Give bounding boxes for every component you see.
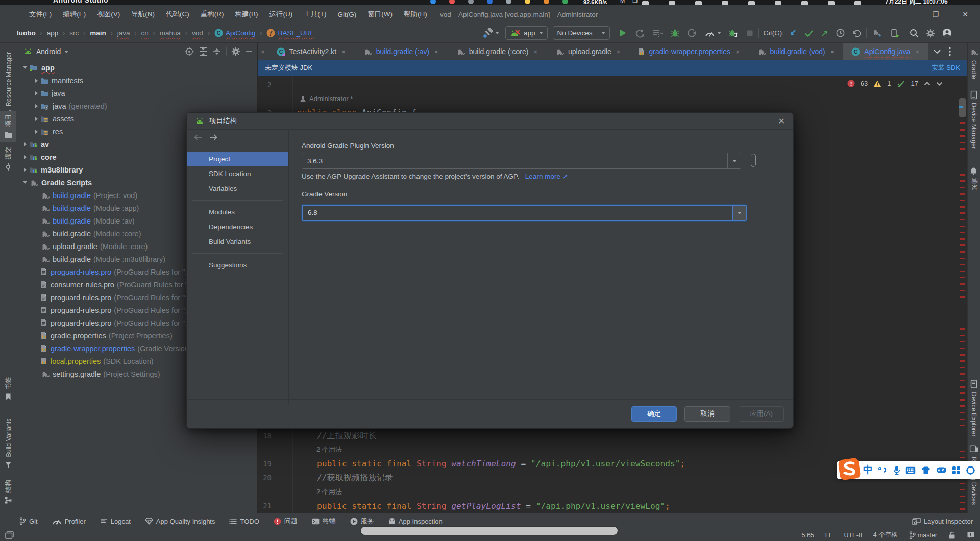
dialog-nav-Build-Variants[interactable]: Build Variants bbox=[187, 234, 288, 249]
search-everywhere-icon[interactable] bbox=[908, 27, 920, 40]
scrolled-tab-close-icon[interactable]: × bbox=[258, 43, 268, 60]
menu-V[interactable]: 视图(V) bbox=[91, 5, 126, 23]
run-button[interactable] bbox=[617, 27, 628, 40]
menu-B[interactable]: 构建(B) bbox=[230, 5, 264, 23]
apply-button[interactable]: 应用(A) bbox=[739, 406, 784, 422]
learn-more-link[interactable]: Learn more ↗ bbox=[525, 173, 568, 180]
menu-E[interactable]: 编辑(E) bbox=[57, 5, 91, 23]
restore-button[interactable]: ❐ bbox=[921, 5, 950, 23]
device-manager-icon[interactable] bbox=[889, 27, 900, 40]
breadcrumb-item[interactable]: mahua bbox=[160, 29, 181, 37]
indent-setting[interactable]: 4 个空格 bbox=[873, 531, 898, 539]
line-ending[interactable]: LF bbox=[825, 532, 833, 539]
menu-W[interactable]: 窗口(W) bbox=[362, 5, 398, 23]
settings-icon[interactable] bbox=[924, 27, 937, 40]
install-sdk-link[interactable]: 安装 SDK bbox=[932, 63, 960, 72]
device-selector[interactable]: No Devices bbox=[553, 26, 610, 40]
collapse-all-icon[interactable] bbox=[212, 47, 222, 56]
ime-chinese-mode-icon[interactable]: 中 bbox=[863, 463, 873, 477]
notifications-icon[interactable] bbox=[967, 531, 975, 539]
tab-upload.gradle[interactable]: upload.gradle× bbox=[546, 43, 629, 60]
build-icon[interactable] bbox=[483, 28, 493, 38]
tab-TestActivity2.kt[interactable]: CTestActivity2.kt× bbox=[268, 43, 354, 60]
tree-item-app[interactable]: app bbox=[17, 61, 257, 74]
menu-R[interactable]: 重构(R) bbox=[195, 5, 230, 23]
stripe-button-[interactable]: 提交 bbox=[4, 147, 12, 171]
select-opened-file-icon[interactable] bbox=[185, 47, 194, 56]
breadcrumb-item[interactable]: luobo bbox=[17, 29, 36, 37]
profile-icon[interactable] bbox=[686, 27, 698, 40]
next-problem-icon[interactable] bbox=[936, 82, 943, 86]
prev-problem-icon[interactable] bbox=[924, 82, 930, 86]
ime-gamepad-icon[interactable] bbox=[936, 466, 947, 474]
ime-toolbox-icon[interactable] bbox=[952, 466, 961, 475]
write-access-icon[interactable] bbox=[948, 531, 955, 539]
tab-options-icon[interactable] bbox=[949, 47, 951, 56]
apply-code-changes-icon[interactable] bbox=[651, 27, 664, 40]
breadcrumb-item[interactable]: vod bbox=[192, 29, 203, 37]
breadcrumb-item[interactable]: java bbox=[117, 29, 130, 37]
cancel-button[interactable]: 取消 bbox=[684, 406, 730, 422]
scrollbar-thumb[interactable] bbox=[959, 98, 966, 117]
tab-build.gradleav[interactable]: build.gradle (:av)× bbox=[354, 43, 447, 60]
ok-button[interactable]: 确定 bbox=[631, 406, 677, 422]
tree-item-java[interactable]: java bbox=[17, 87, 257, 100]
debug-button[interactable] bbox=[669, 27, 681, 40]
tool-button-Logcat[interactable]: Logcat bbox=[100, 518, 131, 525]
tool-button-[interactable]: 终端 bbox=[312, 517, 336, 526]
ime-skin-icon[interactable] bbox=[921, 466, 931, 474]
stripe-button-BuildVariants[interactable]: Build Variants bbox=[4, 418, 12, 469]
stripe-button-DeviceManager[interactable]: Device Manager bbox=[970, 91, 978, 149]
breadcrumb-item[interactable]: fBASE_URL bbox=[266, 29, 314, 37]
tool-button-Profiler[interactable]: Profiler bbox=[52, 518, 86, 525]
ime-settings-icon[interactable] bbox=[966, 465, 975, 475]
tab-close-icon[interactable]: × bbox=[916, 48, 920, 56]
stripe-button-DeviceExplorer[interactable]: Device Explorer bbox=[970, 380, 978, 436]
dialog-nav-Project[interactable]: Project bbox=[187, 152, 288, 166]
tree-item-java[interactable]: java (generated) bbox=[17, 100, 257, 112]
agp-version-combo[interactable]: 3.6.3 bbox=[302, 153, 741, 169]
layout-inspector-button[interactable]: Layout Inspector bbox=[912, 518, 973, 525]
menu-F[interactable]: 文件(F) bbox=[23, 5, 57, 23]
gradle-combo-arrow[interactable] bbox=[732, 206, 746, 220]
menu-N[interactable]: 导航(N) bbox=[126, 5, 160, 23]
close-button[interactable]: ✕ bbox=[950, 5, 980, 23]
menu-C[interactable]: 代码(C) bbox=[160, 5, 195, 23]
tab-close-icon[interactable]: × bbox=[736, 48, 740, 56]
dialog-nav-Dependencies[interactable]: Dependencies bbox=[187, 219, 288, 234]
dialog-nav-Variables[interactable]: Variables bbox=[187, 181, 288, 196]
caret-position[interactable]: 5:65 bbox=[802, 532, 814, 539]
forward-icon[interactable] bbox=[209, 134, 218, 141]
inlay-hint[interactable]: 2 个用法 bbox=[258, 443, 967, 457]
git-commit-icon[interactable] bbox=[803, 27, 815, 40]
git-push-icon[interactable] bbox=[819, 27, 830, 40]
menu-GitG[interactable]: Git(G) bbox=[332, 5, 362, 23]
tool-button-TODO[interactable]: TODO bbox=[229, 518, 259, 525]
tab-gradle-wrapper.properties[interactable]: gradle-wrapper.properties× bbox=[629, 43, 748, 60]
tool-window-toggle-icon[interactable] bbox=[5, 531, 14, 539]
breadcrumb-item[interactable]: app bbox=[47, 29, 59, 37]
tool-button-Git[interactable]: Git bbox=[19, 517, 38, 525]
inlay-hint[interactable]: 2 个用法 bbox=[258, 485, 967, 499]
error-stripe-scrollbar[interactable] bbox=[958, 76, 967, 513]
tree-item-manifests[interactable]: manifests bbox=[17, 74, 257, 87]
back-icon[interactable] bbox=[193, 134, 203, 141]
breadcrumb-item[interactable]: cn bbox=[141, 29, 149, 37]
project-view-selector[interactable]: Android bbox=[23, 47, 68, 56]
minimize-button[interactable]: – bbox=[891, 5, 921, 23]
tab-close-icon[interactable]: × bbox=[533, 48, 537, 56]
tab-close-icon[interactable]: × bbox=[830, 48, 835, 56]
stripe-button-[interactable]: 项目 bbox=[4, 114, 12, 139]
inspections-widget[interactable]: 63 1 17 bbox=[847, 80, 943, 87]
account-icon[interactable] bbox=[941, 27, 953, 40]
stripe-button-[interactable]: 书签 bbox=[4, 377, 12, 400]
tool-button-AppInspection[interactable]: App Inspection bbox=[388, 518, 443, 525]
dialog-close-icon[interactable]: ✕ bbox=[778, 116, 785, 126]
inlay-hint[interactable]: Administrator * bbox=[258, 92, 967, 106]
attach-debugger-icon[interactable] bbox=[727, 27, 740, 40]
tab-close-icon[interactable]: × bbox=[341, 48, 346, 56]
tab-close-icon[interactable]: × bbox=[434, 48, 438, 56]
stripe-button-[interactable]: 结构 bbox=[4, 480, 12, 504]
ime-microphone-icon[interactable] bbox=[893, 465, 900, 475]
history-icon[interactable] bbox=[835, 27, 846, 40]
